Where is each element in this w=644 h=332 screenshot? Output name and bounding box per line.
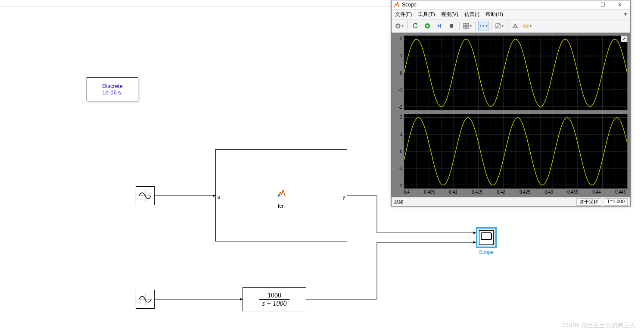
- menu-file[interactable]: 文件(F): [395, 11, 412, 18]
- svg-rect-22: [467, 26, 469, 28]
- menu-tools[interactable]: 工具(T): [418, 11, 435, 18]
- menu-simulation[interactable]: 仿真(I): [464, 11, 479, 18]
- plot-2-chart[interactable]: [404, 114, 628, 189]
- status-mode: 基于采样: [576, 198, 601, 206]
- status-text: 就绪: [394, 199, 404, 205]
- fcn-output-port-label: y: [343, 194, 345, 200]
- matlab-icon: [393, 2, 399, 8]
- transfer-function-expression: 1000 s + 1000: [259, 291, 289, 307]
- zoom-mode-icon[interactable]: [478, 21, 488, 31]
- triggers-icon[interactable]: [510, 21, 520, 31]
- scope-block-label: Scope: [476, 249, 497, 255]
- scope-block[interactable]: [476, 227, 497, 248]
- sine-icon: [137, 291, 153, 307]
- stop-icon[interactable]: [446, 21, 457, 31]
- transfer-function-block[interactable]: 1000 s + 1000: [243, 287, 306, 311]
- status-bar: 就绪 基于采样 T=1.000: [392, 197, 630, 206]
- sine-wave-block-1[interactable]: [136, 186, 155, 205]
- svg-rect-17: [440, 24, 441, 28]
- svg-line-13: [399, 27, 400, 28]
- scale-axes-icon[interactable]: [494, 21, 504, 31]
- maximize-axes-icon[interactable]: ↗: [621, 35, 628, 42]
- scope-window[interactable]: Scope — ☐ ✕ 文件(F) 工具(T) 视图(V) 仿真(I) 帮助(H…: [391, 0, 631, 207]
- layout-icon[interactable]: [462, 21, 473, 31]
- toolbar-separator: [459, 22, 460, 30]
- step-forward-icon[interactable]: [434, 21, 445, 31]
- menu-help[interactable]: 帮助(H): [485, 11, 503, 18]
- sine-wave-block-2[interactable]: [136, 290, 155, 309]
- solver-config-block[interactable]: Discrete 1e-06 s.: [87, 77, 138, 101]
- toolbar: [392, 19, 630, 33]
- title-bar[interactable]: Scope — ☐ ✕: [392, 0, 630, 9]
- discrete-label-1: Discrete: [102, 83, 123, 89]
- plot-1-chart[interactable]: [404, 35, 628, 110]
- play-icon[interactable]: [422, 21, 432, 31]
- maximize-button[interactable]: ☐: [594, 2, 611, 8]
- tf-numerator: 1000: [259, 291, 289, 300]
- toolbar-separator: [475, 22, 476, 30]
- scope-icon: [479, 230, 494, 245]
- shared-xaxis: 0.40.4050.410.4150.420.4250.430.4350.440…: [394, 190, 628, 194]
- svg-line-12: [396, 24, 397, 25]
- svg-rect-21: [464, 26, 466, 28]
- toolbar-separator: [407, 22, 408, 30]
- divider-line: [0, 6, 391, 6]
- matlab-function-block[interactable]: u y fcn: [215, 149, 347, 241]
- measurements-icon[interactable]: [522, 21, 532, 31]
- svg-rect-20: [467, 23, 469, 25]
- svg-rect-19: [464, 23, 466, 25]
- watermark: CSDN @土生土长的弗兰人: [562, 322, 635, 329]
- restart-icon[interactable]: [410, 21, 420, 31]
- plot-1[interactable]: 210-1-2: [394, 35, 628, 110]
- gear-icon[interactable]: [394, 21, 404, 31]
- svg-line-24: [496, 24, 500, 28]
- svg-line-14: [399, 24, 400, 25]
- svg-point-7: [397, 25, 399, 27]
- status-time: T=1.000: [604, 198, 628, 206]
- menu-bar: 文件(F) 工具(T) 视图(V) 仿真(I) 帮助(H) ▾: [392, 9, 630, 19]
- discrete-label-2: 1e-06 s.: [103, 89, 123, 96]
- matlab-icon: [277, 189, 286, 200]
- plot-1-yaxis: 210-1-2: [394, 35, 404, 110]
- window-title: Scope: [402, 2, 577, 8]
- svg-line-15: [396, 27, 397, 28]
- close-button[interactable]: ✕: [611, 2, 628, 8]
- tf-denominator: s + 1000: [259, 300, 289, 307]
- menu-corner-icon[interactable]: ▾: [624, 11, 627, 17]
- plot-2-yaxis: 210-1-2: [394, 114, 404, 189]
- toolbar-separator: [491, 22, 492, 30]
- sine-icon: [137, 188, 153, 204]
- svg-rect-18: [450, 24, 453, 28]
- toolbar-separator: [507, 22, 507, 30]
- fcn-input-port-label: u: [218, 194, 220, 200]
- plot-area: ↗ 210-1-2 210-1-2 0.40.4050.410.4150.420…: [392, 33, 630, 197]
- fcn-label: fcn: [278, 203, 285, 209]
- menu-view[interactable]: 视图(V): [441, 11, 458, 18]
- plot-2[interactable]: 210-1-2: [394, 114, 628, 189]
- minimize-button[interactable]: —: [577, 2, 594, 8]
